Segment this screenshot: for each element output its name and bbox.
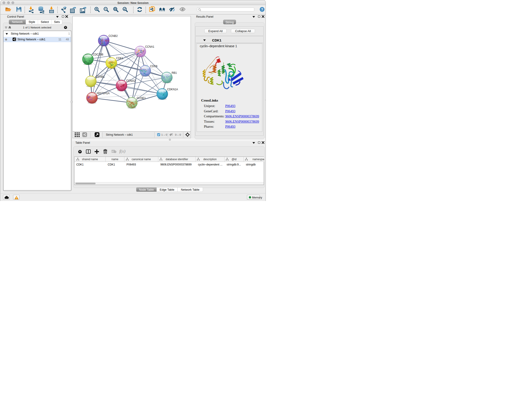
- svg-text:CDKN1A: CDKN1A: [167, 88, 178, 91]
- svg-text:CCNB1: CCNB1: [95, 75, 105, 78]
- svg-text:CDC25B: CDC25B: [93, 53, 103, 56]
- svg-text:CCNE1: CCNE1: [137, 96, 146, 100]
- svg-text:?: ?: [261, 7, 263, 11]
- svg-text:CDC6: CDC6: [150, 65, 157, 68]
- svg-text:CCNA2: CCNA2: [126, 79, 135, 83]
- svg-text:CCNA1: CCNA1: [145, 45, 154, 48]
- svg-text:CCNB2: CCNB2: [109, 34, 118, 38]
- svg-text:HIST1H1A: HIST1H1A: [97, 92, 110, 95]
- svg-text:RB1: RB1: [172, 71, 177, 75]
- svg-text:CDK1: CDK1: [116, 57, 123, 60]
